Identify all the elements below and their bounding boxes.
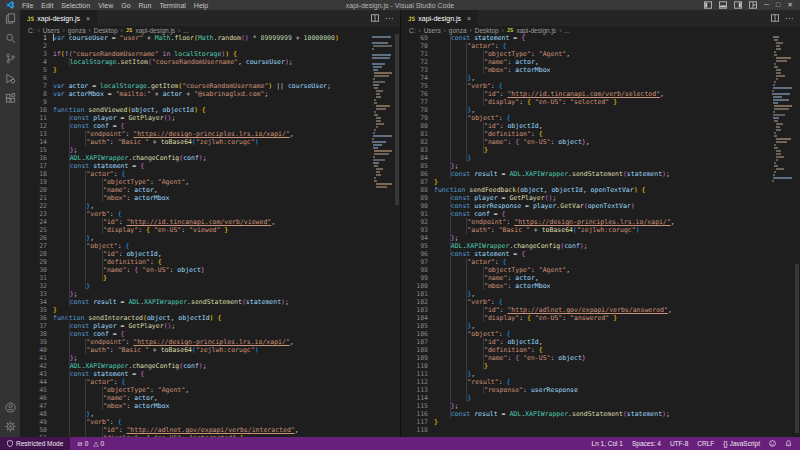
code-line[interactable]: "mbox": actorMbox <box>53 402 372 410</box>
code-line[interactable]: "actor": { <box>434 42 772 50</box>
line-number[interactable]: 71 <box>401 50 428 58</box>
code-line[interactable]: "response": userResponse <box>434 386 772 394</box>
code-line[interactable]: }; <box>53 354 372 362</box>
line-number[interactable]: 116 <box>401 410 428 418</box>
code-line[interactable]: "actor": { <box>53 378 372 386</box>
scrollbar[interactable] <box>794 34 800 437</box>
code-line[interactable]: const player = GetPlayer(); <box>434 194 772 202</box>
line-number[interactable]: 79 <box>401 114 428 122</box>
line-number[interactable]: 31 <box>20 274 47 282</box>
line-number[interactable]: 95 <box>401 242 428 250</box>
code-line[interactable]: localStorage.setItem("courseRandomUserna… <box>53 58 372 66</box>
line-number[interactable]: 109 <box>401 354 428 362</box>
menu-selection[interactable]: Selection <box>57 2 94 9</box>
customize-layout-icon[interactable] <box>749 1 757 9</box>
code-line[interactable]: "id": "http://adlnet.gov/expapi/verbs/in… <box>53 426 372 434</box>
crumb-file[interactable]: xapi-design.js <box>135 27 175 34</box>
code-line[interactable]: "id": objectId, <box>434 338 772 346</box>
menu-help[interactable]: Help <box>190 2 212 9</box>
code-line[interactable]: "object": { <box>434 114 772 122</box>
menu-run[interactable]: Run <box>135 2 156 9</box>
minimize-button[interactable]: ─ <box>764 0 769 10</box>
line-number[interactable]: 73 <box>401 66 428 74</box>
code-line[interactable]: const conf = { <box>53 122 372 130</box>
code-line[interactable]: } <box>53 282 372 290</box>
line-number[interactable]: 26 <box>20 234 47 242</box>
line-number[interactable]: 1 <box>20 34 47 42</box>
code-line[interactable]: const statement = { <box>434 34 772 42</box>
code-line[interactable]: "display": { "en-US": "selected" } <box>434 98 772 106</box>
line-number[interactable]: 28 <box>20 250 47 258</box>
restricted-mode-item[interactable]: Restricted Mode <box>0 437 70 450</box>
line-number[interactable]: 30 <box>20 266 47 274</box>
line-numbers[interactable]: 1234567891011121314151617181920212223242… <box>20 34 53 437</box>
code-line[interactable]: if(!("courseRandomUsername" in localStor… <box>53 50 372 58</box>
code-line[interactable]: "definition": { <box>434 346 772 354</box>
crumb-drive[interactable]: C: <box>409 27 416 34</box>
code-line[interactable]: "endpoint": "https://design-principles.l… <box>53 130 372 138</box>
code-line[interactable]: "name": { "en-US": object} <box>434 354 772 362</box>
close-button[interactable]: ✕ <box>787 0 793 10</box>
line-number[interactable]: 43 <box>20 370 47 378</box>
cursor-position-item[interactable]: Ln 1, Col 1 <box>592 440 623 447</box>
crumb-file[interactable]: xapi-design.js <box>516 27 556 34</box>
code-line[interactable]: "id": "http://id.tincanapi.com/verb/view… <box>53 218 372 226</box>
code-line[interactable]: }, <box>434 370 772 378</box>
code-line[interactable]: "endpoint": "https://design-principles.l… <box>434 218 772 226</box>
code-line[interactable]: var actorMbox = "mailto:" + actor + "@sa… <box>53 90 372 98</box>
run-and-debug-icon[interactable] <box>5 73 16 84</box>
line-number[interactable]: 41 <box>20 354 47 362</box>
code-line[interactable]: const statement = { <box>434 250 772 258</box>
code-line[interactable]: const conf = { <box>434 210 772 218</box>
code-line[interactable]: }; <box>434 162 772 170</box>
eol-item[interactable]: CRLF <box>697 440 714 447</box>
code-line[interactable]: }; <box>53 290 372 298</box>
code-line[interactable]: "auth": "Basic " + toBase64("zejlwh:coru… <box>53 138 372 146</box>
code-line[interactable]: "objectType": "Agent", <box>434 266 772 274</box>
code-line[interactable]: var actor = localStorage.getItem("course… <box>53 82 372 90</box>
code-line[interactable]: "objectType": "Agent", <box>53 386 372 394</box>
code-line[interactable]: "verb": { <box>434 298 772 306</box>
code-line[interactable]: "objectType": "Agent", <box>53 178 372 186</box>
code-line[interactable]: "auth": "Basic " + toBase64("zejlwh:coru… <box>53 346 372 354</box>
line-number[interactable]: 107 <box>401 338 428 346</box>
line-number[interactable]: 8 <box>20 90 47 98</box>
line-number[interactable]: 82 <box>401 138 428 146</box>
line-number[interactable]: 103 <box>401 306 428 314</box>
problems-item[interactable]: ⊘ 0 △ 0 <box>70 440 111 448</box>
line-number[interactable]: 4 <box>20 58 47 66</box>
code-line[interactable]: "id": "http://adlnet.gov/expapi/verbs/an… <box>434 306 772 314</box>
tab-xapi-design-left[interactable]: JS xapi-design.js × <box>20 10 98 26</box>
code-line[interactable]: }; <box>434 234 772 242</box>
line-number[interactable]: 94 <box>401 234 428 242</box>
code-line[interactable]: const result = ADL.XAPIWrapper.sendState… <box>53 298 372 306</box>
minimap[interactable] <box>772 34 794 437</box>
line-number[interactable]: 38 <box>20 330 47 338</box>
code-line[interactable]: var courseUser = "user" + Math.floor(Mat… <box>53 34 372 42</box>
line-number[interactable]: 29 <box>20 258 47 266</box>
code-line[interactable]: }, <box>434 74 772 82</box>
line-number[interactable]: 19 <box>20 178 47 186</box>
code-line[interactable]: }; <box>434 402 772 410</box>
line-number[interactable]: 98 <box>401 266 428 274</box>
line-number[interactable]: 75 <box>401 82 428 90</box>
line-number[interactable]: 83 <box>401 146 428 154</box>
code-line[interactable]: "actor": { <box>53 170 372 178</box>
line-number[interactable]: 2 <box>20 42 47 50</box>
code-line[interactable] <box>53 98 372 106</box>
line-number[interactable]: 77 <box>401 98 428 106</box>
line-number[interactable]: 86 <box>401 170 428 178</box>
menu-terminal[interactable]: Terminal <box>155 2 189 9</box>
more-actions-icon[interactable]: ⋯ <box>785 14 794 23</box>
line-number[interactable]: 91 <box>401 210 428 218</box>
line-number[interactable]: 14 <box>20 138 47 146</box>
code-line[interactable]: }, <box>434 322 772 330</box>
line-number[interactable]: 45 <box>20 386 47 394</box>
line-number[interactable]: 33 <box>20 290 47 298</box>
line-number[interactable]: 23 <box>20 210 47 218</box>
code-line[interactable]: "name": { "en-US": object} <box>53 266 372 274</box>
line-number[interactable]: 76 <box>401 90 428 98</box>
code-line[interactable]: } <box>434 418 772 426</box>
menu-view[interactable]: View <box>94 2 117 9</box>
code-line[interactable]: "definition": { <box>434 130 772 138</box>
